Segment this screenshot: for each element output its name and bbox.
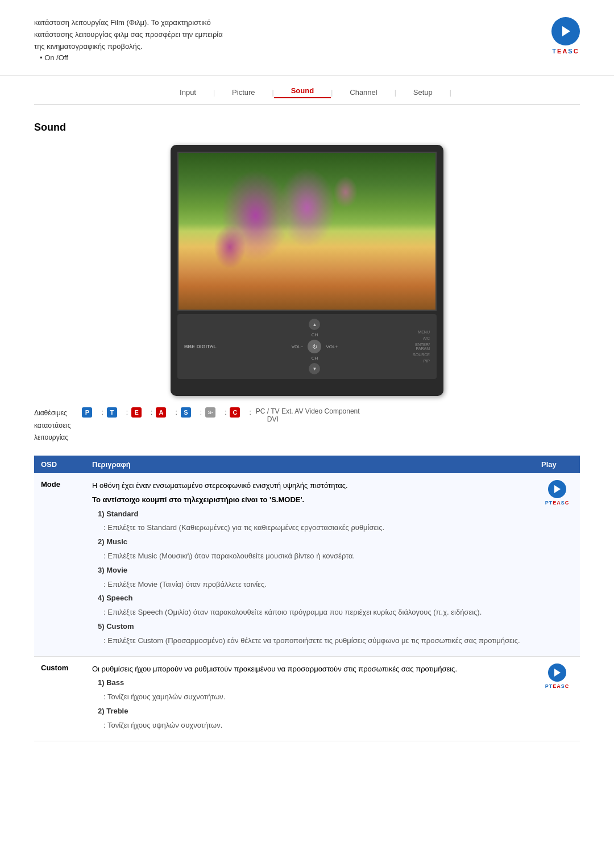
main-content: Sound BBE DIGITAL ▲ CH VOL− ⏻ VOL+ bbox=[0, 105, 614, 758]
nav-channel[interactable]: Channel bbox=[333, 88, 394, 97]
mode-item-3-text: : Επιλέξτε Movie (Ταινία) όταν προβάλλετ… bbox=[92, 579, 528, 591]
mode-badge-a: A bbox=[156, 407, 166, 418]
tv-vol-row: VOL− ⏻ VOL+ bbox=[292, 340, 338, 353]
navigation-bar: Input | Picture | Sound | Channel | Setu… bbox=[0, 76, 614, 104]
mode-item-4-heading: 4) Speech bbox=[98, 594, 132, 602]
info-table: OSD Περιγραφή Play Mode Η οθόνη έχει ένα… bbox=[34, 456, 580, 741]
mode-desc-t: : bbox=[126, 408, 128, 416]
table-header-play: Play bbox=[534, 456, 580, 473]
tv-bottom-panel: BBE DIGITAL ▲ CH VOL− ⏻ VOL+ CH ▼ MENU A… bbox=[177, 314, 437, 379]
mode-item-2-text: : Επιλέξτε Music (Μουσική) όταν παρακολο… bbox=[92, 550, 528, 562]
row-mode-osd: Mode bbox=[34, 473, 85, 656]
tv-controls: ▲ CH VOL− ⏻ VOL+ CH ▼ bbox=[292, 319, 338, 374]
mode-badge-e: E bbox=[131, 407, 142, 418]
tv-ch-label: CH bbox=[312, 332, 318, 337]
mode-item-5-heading: 5) Custom bbox=[98, 622, 134, 631]
mode-badge-c: C bbox=[230, 407, 240, 418]
nav-input[interactable]: Input bbox=[163, 88, 213, 97]
table-header-osd: OSD bbox=[34, 456, 85, 473]
tv-vol-minus-label: VOL− bbox=[292, 344, 304, 349]
mode-badge-s: S bbox=[181, 407, 191, 418]
mode-item-4-text: : Επιλέξτε Speech (Ομιλία) όταν παρακολο… bbox=[92, 607, 528, 619]
flower-image-overlay bbox=[179, 153, 435, 310]
tv-ch-up-button[interactable]: ▲ bbox=[309, 319, 320, 330]
row-mode-play: PTEASC bbox=[534, 473, 580, 656]
top-section: κατάσταση λειτουργίας Film (Φιλμ). Το χα… bbox=[0, 0, 614, 76]
mode-desc-e: : bbox=[151, 408, 152, 416]
row-custom-play: PTEASC bbox=[534, 656, 580, 741]
custom-item-2-heading: 2) Treble bbox=[98, 707, 128, 715]
tv-device: BBE DIGITAL ▲ CH VOL− ⏻ VOL+ CH ▼ MENU A… bbox=[171, 145, 443, 396]
nav-sound[interactable]: Sound bbox=[274, 86, 331, 98]
table-header-row: OSD Περιγραφή Play bbox=[34, 456, 580, 473]
play-logo-custom: PTEASC bbox=[545, 663, 570, 689]
row-custom-description: Οι ρυθμίσεις ήχου μπορούν να ρυθμιστούν … bbox=[85, 656, 534, 741]
mode-item-5-text: : Επιλέξτε Custom (Προσαρμοσμένο) εάν θέ… bbox=[92, 635, 528, 647]
custom-item-2-text: : Τονίζει ήχους υψηλών συχνοτήτων. bbox=[92, 720, 528, 732]
tv-brand-logo: BBE DIGITAL bbox=[184, 344, 217, 349]
table-row: Custom Οι ρυθμίσεις ήχου μπορούν να ρυθμ… bbox=[34, 656, 580, 741]
svg-marker-0 bbox=[562, 26, 570, 36]
svg-marker-2 bbox=[554, 669, 561, 677]
mode-labels: Διαθέσιμες καταστάσεις λειτουργίας bbox=[34, 407, 70, 444]
tv-brand-text: BBE DIGITAL bbox=[184, 344, 217, 349]
mode-badge-t: T bbox=[107, 407, 117, 418]
tv-image-container: BBE DIGITAL ▲ CH VOL− ⏻ VOL+ CH ▼ MENU A… bbox=[34, 145, 580, 396]
play-text-label: PTEASC bbox=[545, 500, 570, 506]
mode-row: Διαθέσιμες καταστάσεις λειτουργίας P : T… bbox=[34, 407, 580, 444]
tv-source-label: SOURCE bbox=[413, 353, 430, 357]
play-circle-icon-2 bbox=[548, 663, 566, 682]
nav-sep-5: | bbox=[450, 89, 451, 97]
play-arrow-icon bbox=[558, 23, 574, 39]
tv-enter-label: ENTER/PARAM bbox=[413, 343, 430, 350]
mode-badge-p: P bbox=[82, 407, 92, 418]
svg-marker-1 bbox=[554, 485, 561, 493]
mode-text-row1: PC / TV Ext. AV Video Component bbox=[256, 407, 360, 415]
tv-ac-label: A/C bbox=[413, 336, 430, 340]
mode-badge-sminus: S- bbox=[205, 407, 215, 418]
row-custom-osd: Custom bbox=[34, 656, 85, 741]
tv-pip-label: PIP bbox=[413, 359, 430, 363]
tv-side-buttons: MENU A/C ENTER/PARAM SOURCE PIP bbox=[413, 330, 430, 363]
teasc-logo: TEASC bbox=[551, 17, 580, 55]
table-header-description: Περιγραφή bbox=[85, 456, 534, 473]
mode-desc-c: : bbox=[249, 408, 251, 416]
tv-vol-plus-label: VOL+ bbox=[326, 344, 338, 349]
row-mode-description: Η οθόνη έχει έναν ενσωματωμένο στερεοφων… bbox=[85, 473, 534, 656]
tv-power-button[interactable]: ⏻ bbox=[308, 340, 321, 353]
nav-setup[interactable]: Setup bbox=[396, 88, 450, 97]
nav-picture[interactable]: Picture bbox=[215, 88, 272, 97]
custom-item-1-heading: 1) Bass bbox=[98, 678, 124, 687]
mode-desc-p: : bbox=[101, 408, 103, 416]
mode-item-3-heading: 3) Movie bbox=[98, 566, 127, 574]
mode-item-2-heading: 2) Music bbox=[98, 537, 127, 546]
tv-screen bbox=[177, 152, 437, 311]
logo-circle bbox=[551, 17, 580, 45]
mode-desc-sminus: : bbox=[225, 408, 226, 416]
bullet-on-off: • On /Off bbox=[34, 53, 68, 62]
play-circle-icon bbox=[548, 480, 566, 498]
mode-desc-a: : bbox=[175, 408, 177, 416]
tv-ch-down-button[interactable]: ▼ bbox=[309, 363, 320, 374]
mode-text-descs: PC / TV Ext. AV Video Component DVI bbox=[256, 407, 360, 423]
table-row: Mode Η οθόνη έχει έναν ενσωματωμένο στερ… bbox=[34, 473, 580, 656]
tv-ch-down-label: CH bbox=[312, 356, 318, 361]
logo-label: TEASC bbox=[552, 48, 579, 55]
mode-item-1-heading: 1) Standard bbox=[98, 510, 139, 518]
tv-menu-label: MENU bbox=[413, 330, 430, 334]
mode-text-row2: DVI bbox=[256, 415, 360, 423]
section-title: Sound bbox=[34, 122, 580, 133]
play-arrow-icon-small bbox=[552, 484, 562, 494]
top-description: κατάσταση λειτουργίας Film (Φιλμ). Το χα… bbox=[34, 17, 534, 64]
play-text-label-2: PTEASC bbox=[545, 683, 570, 689]
play-arrow-icon-small-2 bbox=[552, 667, 562, 678]
mode-item-1-text: : Επιλέξτε το Standard (Καθιερωμένες) γι… bbox=[92, 522, 528, 534]
mode-desc-s: : bbox=[200, 408, 202, 416]
custom-item-1-text: : Τονίζει ήχους χαμηλών συχνοτήτων. bbox=[92, 691, 528, 703]
play-logo-mode: PTEASC bbox=[545, 480, 570, 506]
mode-icons-row: P : T : E : A : S : S- : C : bbox=[82, 407, 251, 418]
